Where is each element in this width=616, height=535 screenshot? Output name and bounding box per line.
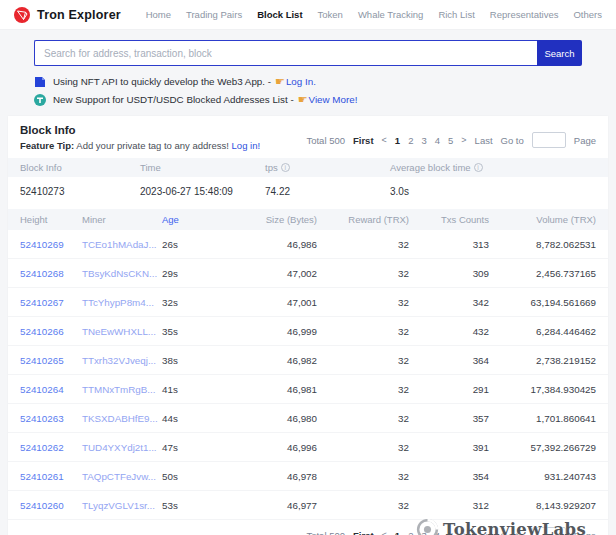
info-icon[interactable]: i xyxy=(474,163,483,172)
miner-address-link[interactable]: TTxrh32VJveqj... xyxy=(82,355,162,366)
page-5[interactable]: 5 xyxy=(448,135,453,146)
page-prev-icon[interactable]: < xyxy=(382,530,387,535)
nav-whale-tracking[interactable]: Whale Tracking xyxy=(358,9,423,20)
block-height-link[interactable]: 52410265 xyxy=(20,355,82,366)
block-height-link[interactable]: 52410266 xyxy=(20,326,82,337)
miner-address-link[interactable]: TKSXDABHfE9... xyxy=(82,413,162,424)
block-height-link[interactable]: 52410263 xyxy=(20,413,82,424)
block-reward: 32 xyxy=(317,355,409,366)
block-age: 32s xyxy=(162,297,212,308)
login-link[interactable]: Log In. xyxy=(286,76,316,87)
block-height-link[interactable]: 52410262 xyxy=(20,442,82,453)
page-2[interactable]: 2 xyxy=(408,135,413,146)
block-age: 29s xyxy=(162,268,212,279)
block-reward: 32 xyxy=(317,500,409,511)
table-footer: Total 500 First < 1 2 3 4 5 > Last Go to… xyxy=(8,520,608,535)
miner-address-link[interactable]: TBsyKdNsCKN... xyxy=(82,268,162,279)
block-reward: 32 xyxy=(317,326,409,337)
table-row: 52410263 TKSXDABHfE9... 44s 46,980 32 35… xyxy=(8,404,608,433)
block-volume: 8,143.929207 xyxy=(489,500,596,511)
page-4[interactable]: 4 xyxy=(435,135,440,146)
search-button[interactable]: Search xyxy=(537,40,582,66)
table-row: 52410262 TUD4YXYdj2t1... 47s 46,996 32 3… xyxy=(8,433,608,462)
page-2[interactable]: 2 xyxy=(408,530,413,535)
block-reward: 32 xyxy=(317,384,409,395)
block-height-link[interactable]: 52410267 xyxy=(20,297,82,308)
block-txs: 354 xyxy=(409,471,489,482)
summary-col-time: Time xyxy=(140,162,265,173)
block-size: 47,001 xyxy=(212,297,317,308)
page-first[interactable]: First xyxy=(353,530,374,535)
nav-token[interactable]: Token xyxy=(318,9,343,20)
block-height-link[interactable]: 52410261 xyxy=(20,471,82,482)
block-size: 46,977 xyxy=(212,500,317,511)
notice-usdt-usdc: New Support for USDT/USDC Blocked Addres… xyxy=(34,93,616,106)
block-reward: 32 xyxy=(317,442,409,453)
nft-doc-icon xyxy=(34,76,46,88)
page-1[interactable]: 1 xyxy=(395,135,400,146)
summary-header-row: Block Info Time tpsi Average block timei xyxy=(8,158,608,177)
miner-address-link[interactable]: TAQpCTFeJvw... xyxy=(82,471,162,482)
notice-text: Using NFT API to quickly develop the Web… xyxy=(53,76,271,87)
page-3[interactable]: 3 xyxy=(421,135,426,146)
block-height-link[interactable]: 52410268 xyxy=(20,268,82,279)
page-last[interactable]: Last xyxy=(475,530,493,535)
page-next-icon[interactable]: > xyxy=(461,530,466,535)
page-3[interactable]: 3 xyxy=(421,530,426,535)
notice-nft-api: Using NFT API to quickly develop the Web… xyxy=(34,75,616,88)
block-txs: 291 xyxy=(409,384,489,395)
block-volume: 1,701.860641 xyxy=(489,413,596,424)
block-height-link[interactable]: 52410264 xyxy=(20,384,82,395)
info-icon[interactable]: i xyxy=(281,163,290,172)
block-height-link[interactable]: 52410269 xyxy=(20,239,82,250)
miner-address-link[interactable]: TTMNxTmRgB... xyxy=(82,384,162,395)
page-first[interactable]: First xyxy=(353,135,374,146)
nav-representatives[interactable]: Representatives xyxy=(490,9,559,20)
page-last[interactable]: Last xyxy=(475,135,493,146)
block-volume: 2,456.737165 xyxy=(489,268,596,279)
view-more-link[interactable]: View More! xyxy=(309,94,358,105)
latest-block-number: 52410273 xyxy=(20,186,140,197)
summary-col-avg: Average block timei xyxy=(390,162,596,173)
page-1[interactable]: 1 xyxy=(395,530,400,535)
block-volume: 8,782.062531 xyxy=(489,239,596,250)
table-row: 52410261 TAQpCTFeJvw... 50s 46,978 32 35… xyxy=(8,462,608,491)
page-5[interactable]: 5 xyxy=(448,530,453,535)
block-txs: 364 xyxy=(409,355,489,366)
table-row: 52410264 TTMNxTmRgB... 41s 46,981 32 291… xyxy=(8,375,608,404)
block-age: 38s xyxy=(162,355,212,366)
nav-block-list[interactable]: Block List xyxy=(257,9,302,20)
page-title: Block Info xyxy=(20,124,260,136)
block-volume: 57,392.266729 xyxy=(489,442,596,453)
search-input[interactable] xyxy=(34,40,537,66)
block-size: 46,986 xyxy=(212,239,317,250)
goto-page-input[interactable] xyxy=(532,132,566,148)
page-4[interactable]: 4 xyxy=(435,530,440,535)
nav-rich-list[interactable]: Rich List xyxy=(438,9,474,20)
table-row: 52410266 TNeEwWHXLL... 35s 46,999 32 432… xyxy=(8,317,608,346)
miner-address-link[interactable]: TNeEwWHXLL... xyxy=(82,326,162,337)
pointer-hand-icon: ☛ xyxy=(275,75,285,88)
nav-others[interactable]: Others xyxy=(573,9,602,20)
block-age: 41s xyxy=(162,384,212,395)
miner-address-link[interactable]: TTcYhypP8m4... xyxy=(82,297,162,308)
page-prev-icon[interactable]: < xyxy=(382,135,387,145)
miner-address-link[interactable]: TCEo1hMAdaJ... xyxy=(82,239,162,250)
miner-address-link[interactable]: TUD4YXYdj2t1... xyxy=(82,442,162,453)
col-age-sort[interactable]: Age xyxy=(162,214,212,225)
table-row: 52410265 TTxrh32VJveqj... 38s 46,982 32 … xyxy=(8,346,608,375)
block-height-link[interactable]: 52410260 xyxy=(20,500,82,511)
block-age: 53s xyxy=(162,500,212,511)
block-size: 46,981 xyxy=(212,384,317,395)
miner-address-link[interactable]: TLyqzVGLV1sr... xyxy=(82,500,162,511)
brand-title: Tron Explorer xyxy=(37,8,121,22)
feature-tip-label: Feature Tip: xyxy=(20,140,74,151)
nav-home[interactable]: Home xyxy=(146,9,171,20)
table-row: 52410269 TCEo1hMAdaJ... 26s 46,986 32 31… xyxy=(8,230,608,259)
login-link[interactable]: Log in! xyxy=(232,140,261,151)
block-age: 47s xyxy=(162,442,212,453)
nav-trading-pairs[interactable]: Trading Pairs xyxy=(186,9,242,20)
page-next-icon[interactable]: > xyxy=(461,135,466,145)
feature-tip-text: Add your private tag to any address! xyxy=(74,140,231,151)
goto-page-input[interactable] xyxy=(532,527,566,535)
